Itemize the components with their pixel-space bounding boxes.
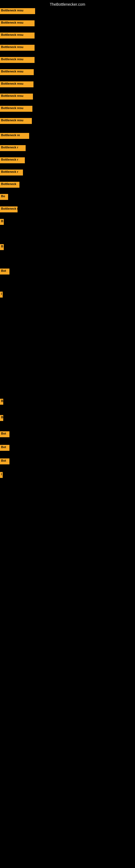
bottleneck-item-26[interactable]: Bot bbox=[0, 458, 9, 464]
bottleneck-item-15[interactable]: Bottleneck bbox=[0, 182, 19, 188]
bottleneck-item-7[interactable]: Bottleneck resu bbox=[0, 82, 34, 87]
bottleneck-item-24[interactable]: Bot bbox=[0, 431, 9, 437]
bottleneck-item-6[interactable]: Bottleneck resu bbox=[0, 69, 34, 75]
bottleneck-item-12[interactable]: Bottleneck r bbox=[0, 145, 26, 151]
bottleneck-item-18[interactable]: B bbox=[0, 219, 4, 225]
bottleneck-item-16[interactable]: Bo bbox=[0, 194, 8, 200]
site-title: TheBottlenecker.com bbox=[50, 2, 85, 6]
bottleneck-item-4[interactable]: Bottleneck resu bbox=[0, 45, 35, 51]
bottleneck-item-5[interactable]: Bottleneck resu bbox=[0, 57, 35, 63]
bottleneck-item-1[interactable]: Bottleneck resu bbox=[0, 8, 35, 14]
bottleneck-item-8[interactable]: Bottleneck resu bbox=[0, 94, 33, 99]
bottleneck-item-22[interactable]: B bbox=[0, 399, 3, 405]
bottleneck-item-27[interactable]: l bbox=[0, 472, 3, 478]
bottleneck-item-17[interactable]: Bottleneck rest bbox=[0, 207, 17, 212]
bottleneck-item-11[interactable]: Bottleneck re bbox=[0, 133, 29, 139]
bottleneck-item-25[interactable]: Bot bbox=[0, 445, 9, 451]
bottleneck-item-14[interactable]: Bottleneck r bbox=[0, 169, 23, 176]
bottleneck-item-9[interactable]: Bottleneck resu bbox=[0, 106, 32, 112]
bottleneck-item-20[interactable]: Bot bbox=[0, 269, 9, 275]
bottleneck-item-13[interactable]: Bottleneck r bbox=[0, 157, 25, 163]
bottleneck-item-2[interactable]: Bottleneck resu bbox=[0, 20, 35, 26]
bottleneck-item-19[interactable]: B bbox=[0, 244, 4, 250]
bottleneck-item-10[interactable]: Bottleneck resu bbox=[0, 118, 32, 124]
bottleneck-item-3[interactable]: Bottleneck resu bbox=[0, 33, 35, 38]
bottleneck-item-21[interactable]: l bbox=[0, 291, 3, 298]
bottleneck-item-23[interactable]: B bbox=[0, 415, 3, 421]
